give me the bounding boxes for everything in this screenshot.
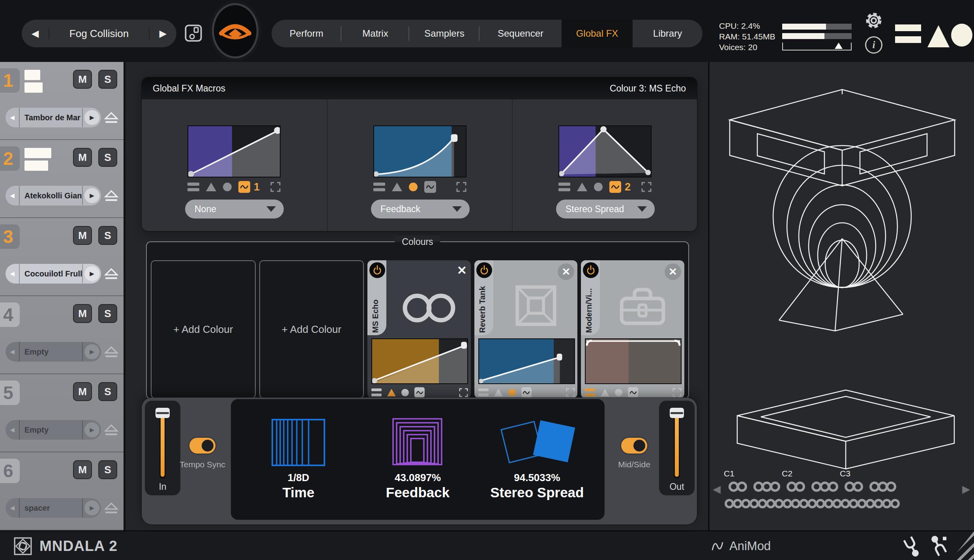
mute-button[interactable]: M [73,148,92,167]
triangle-shape-icon[interactable] [387,389,396,396]
tempo-sync-toggle[interactable] [189,438,215,454]
sample-name[interactable]: Atekokolli Giant S... [20,186,83,205]
channel-number[interactable]: 6 [0,459,20,483]
solo-button[interactable]: S [98,460,117,479]
power-icon[interactable] [476,262,492,278]
key-dot[interactable] [737,482,747,492]
key-dot[interactable] [770,482,780,492]
info-icon[interactable]: i [865,36,882,54]
mid-side-toggle[interactable] [621,438,647,454]
circle-shape-icon[interactable] [615,389,622,396]
colour-curve-display[interactable] [371,338,468,384]
stereo-squares-icon[interactable] [498,399,576,467]
channel-number[interactable]: 3 [0,224,20,249]
preset-prev-icon[interactable]: ◀ [22,28,49,39]
menu-bars-icon[interactable] [585,388,595,396]
expand-icon[interactable] [459,388,468,397]
slider-thumb-icon[interactable] [835,43,843,49]
keys-scroll-left-icon[interactable]: ◀ [713,483,721,495]
channel-number[interactable]: 5 [0,381,20,405]
lfo-wave-icon[interactable] [424,181,436,193]
feedback-frames-icon[interactable] [391,399,444,467]
macro-curve-display[interactable] [373,125,466,177]
macro-curve-display[interactable] [558,125,652,177]
add-colour-slot-1[interactable]: + Add Colour [151,260,256,398]
triangle-shape-icon[interactable] [601,389,609,396]
tab-perform[interactable]: Perform [272,20,341,47]
next-sample-icon[interactable]: ▶ [84,110,99,125]
tab-global-fx[interactable]: Global FX [562,20,633,47]
keys-scroll-right-icon[interactable]: ▶ [962,483,970,495]
macro-target-dropdown[interactable]: Feedback [371,200,470,218]
lfo-wave-icon[interactable] [609,181,621,193]
mute-button[interactable]: M [73,304,92,323]
mute-button[interactable]: M [73,460,92,479]
key-dot[interactable] [886,482,896,492]
next-sample-icon[interactable]: ▶ [84,422,99,437]
master-slider[interactable] [782,43,852,50]
circle-shape-icon[interactable] [594,183,603,191]
eject-icon[interactable] [104,346,119,359]
solo-button[interactable]: S [98,382,117,401]
macro-curve-display[interactable] [187,125,281,177]
prev-sample-icon[interactable]: ◀ [6,342,20,362]
triangle-shape-icon[interactable] [494,389,503,396]
tab-library[interactable]: Library [633,20,702,47]
key-dots[interactable]: C1C2C3 [725,469,961,516]
expand-icon[interactable] [672,388,682,397]
save-icon[interactable] [184,24,203,43]
eject-icon[interactable] [104,112,119,125]
channel-number[interactable]: 1 [0,68,20,93]
prev-sample-icon[interactable]: ◀ [6,108,20,127]
out-fader[interactable] [674,412,680,479]
next-sample-icon[interactable]: ▶ [84,188,99,203]
solo-button[interactable]: S [98,226,117,245]
key-dot[interactable] [890,499,900,508]
eject-icon[interactable] [104,424,119,437]
macro-target-dropdown[interactable]: None [185,200,284,218]
colour-curve-display[interactable] [585,338,682,384]
out-fader-handle[interactable] [670,408,684,418]
lfo-wave-icon[interactable] [521,387,532,398]
in-fader-handle[interactable] [155,408,170,418]
prev-sample-icon[interactable]: ◀ [6,420,20,440]
colour-curve-display[interactable] [478,338,575,384]
menu-bars-icon[interactable] [371,388,382,396]
key-dot[interactable] [828,482,838,492]
add-colour-slot-2[interactable]: + Add Colour [259,260,364,398]
mute-button[interactable]: M [73,70,92,89]
close-icon[interactable]: ✕ [457,263,467,277]
mute-button[interactable]: M [73,382,92,401]
eject-icon[interactable] [104,268,119,281]
channel-number[interactable]: 2 [0,146,20,171]
time-grid-icon[interactable] [271,399,326,467]
menu-bars-icon[interactable] [558,183,570,191]
next-sample-icon[interactable]: ▶ [84,266,99,281]
close-icon[interactable]: ✕ [558,263,574,280]
tab-samplers[interactable]: Samplers [409,20,480,47]
tab-matrix[interactable]: Matrix [341,20,409,47]
preset-next-icon[interactable]: ▶ [149,28,176,39]
expand-icon[interactable] [566,388,575,397]
in-fader[interactable] [159,412,166,479]
power-icon[interactable] [369,262,385,278]
macro-target-dropdown[interactable]: Stereo Spread [556,200,655,218]
menu-bars-icon[interactable] [373,183,385,191]
lfo-wave-icon[interactable] [628,387,638,398]
solo-button[interactable]: S [98,304,117,323]
expand-icon[interactable] [641,182,652,192]
eject-icon[interactable] [104,190,119,203]
triangle-shape-icon[interactable] [392,183,402,191]
colour-card-modern[interactable]: Modern/Vi... ✕ [581,260,684,398]
lfo-wave-icon[interactable] [238,181,250,193]
circle-shape-icon[interactable] [508,389,516,396]
tuning-fork-off-icon[interactable] [930,535,947,557]
circle-shape-icon[interactable] [223,183,232,191]
circle-shape-icon[interactable] [409,183,418,191]
colour-card-ms-echo[interactable]: MS Echo ✕ [367,260,471,398]
key-dot[interactable] [795,482,805,492]
lfo-wave-icon[interactable] [414,387,425,398]
expand-icon[interactable] [270,182,281,192]
preset-name[interactable]: Fog Collision [49,28,149,40]
triangle-shape-icon[interactable] [206,183,216,191]
